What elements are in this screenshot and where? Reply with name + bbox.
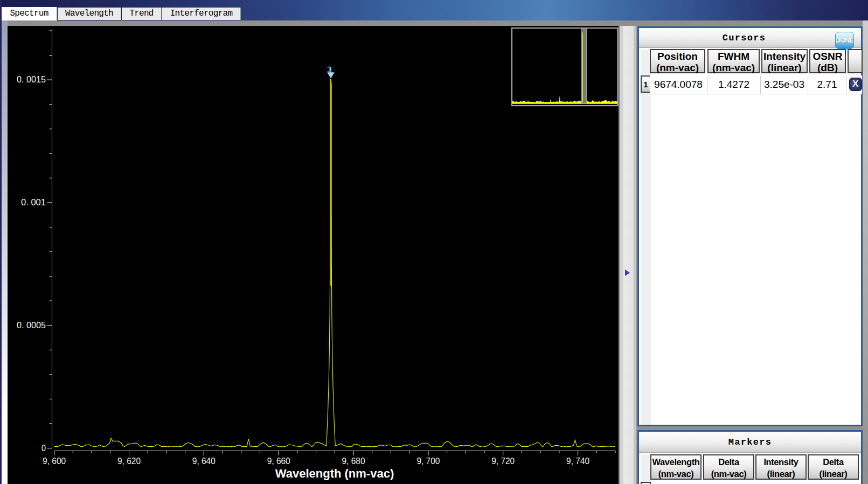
svg-text:0. 0015: 0. 0015 [17, 75, 46, 84]
svg-text:9, 680: 9, 680 [342, 457, 365, 466]
svg-text:9, 640: 9, 640 [192, 457, 216, 466]
svg-text:9, 660: 9, 660 [267, 457, 290, 466]
svg-text:0: 0 [41, 444, 46, 453]
svg-text:1: 1 [327, 65, 331, 74]
svg-text:9, 600: 9, 600 [43, 457, 66, 466]
svg-text:0. 0005: 0. 0005 [17, 321, 46, 330]
svg-text:0. 001: 0. 001 [21, 198, 46, 207]
svg-text:Wavelength (nm-vac): Wavelength (nm-vac) [275, 467, 394, 480]
svg-text:9, 740: 9, 740 [566, 457, 589, 466]
svg-text:9, 720: 9, 720 [491, 457, 515, 466]
svg-text:9, 700: 9, 700 [416, 457, 440, 466]
svg-text:9, 620: 9, 620 [117, 457, 141, 466]
